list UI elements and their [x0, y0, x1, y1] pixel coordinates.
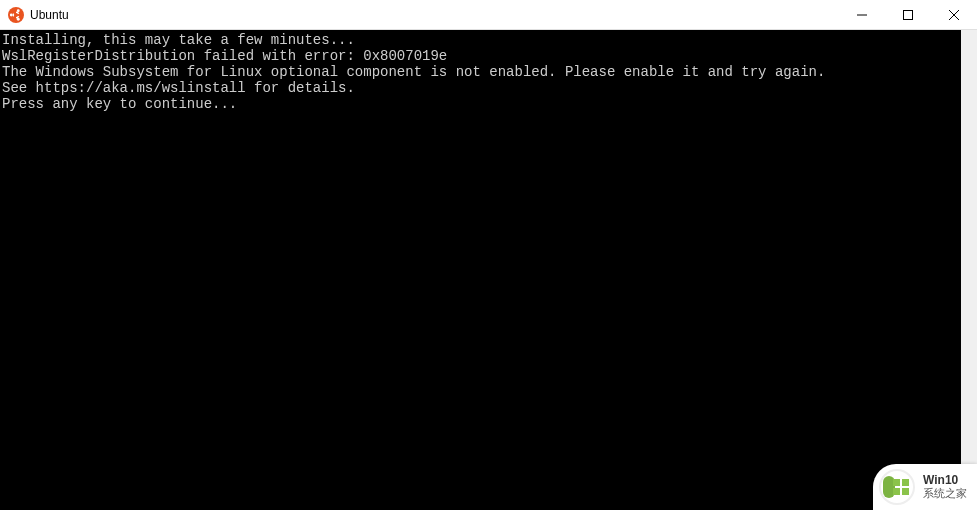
scrollbar-thumb[interactable] — [961, 30, 977, 510]
watermark-icon — [879, 469, 915, 505]
svg-rect-6 — [902, 479, 909, 486]
terminal-line: WslRegisterDistribution failed with erro… — [2, 48, 447, 64]
svg-rect-8 — [902, 488, 909, 495]
terminal-line: Installing, this may take a few minutes.… — [2, 32, 355, 48]
titlebar-left: Ubuntu — [0, 7, 69, 23]
window-controls — [839, 0, 977, 29]
watermark-badge: Win10 系统之家 — [873, 464, 977, 510]
window-titlebar: Ubuntu — [0, 0, 977, 30]
vertical-scrollbar[interactable] — [961, 30, 977, 510]
watermark-text: Win10 系统之家 — [923, 474, 967, 500]
terminal-output[interactable]: Installing, this may take a few minutes.… — [0, 30, 961, 510]
ubuntu-icon — [8, 7, 24, 23]
close-button[interactable] — [931, 0, 977, 29]
watermark-line1: Win10 — [923, 474, 967, 487]
minimize-button[interactable] — [839, 0, 885, 29]
maximize-button[interactable] — [885, 0, 931, 29]
window-title: Ubuntu — [30, 8, 69, 22]
svg-rect-5 — [893, 479, 900, 486]
svg-rect-4 — [904, 10, 913, 19]
svg-point-1 — [10, 13, 13, 16]
svg-rect-7 — [893, 488, 900, 495]
windows-logo-icon — [893, 479, 909, 495]
terminal-line: Press any key to continue... — [2, 96, 237, 112]
watermark-line2: 系统之家 — [923, 487, 967, 500]
terminal-line: See https://aka.ms/wslinstall for detail… — [2, 80, 355, 96]
terminal-line: The Windows Subsystem for Linux optional… — [2, 64, 825, 80]
